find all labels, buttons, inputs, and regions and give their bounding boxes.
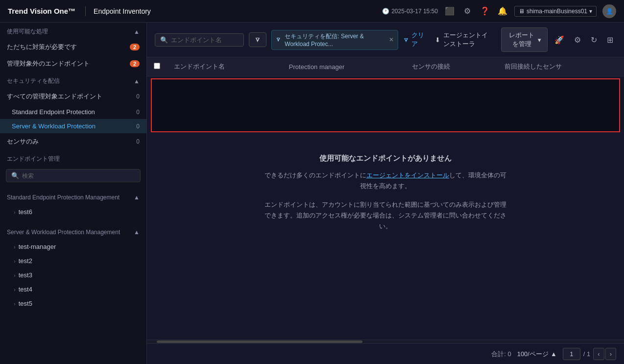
filter-button[interactable]: ⛛ (249, 32, 266, 47)
empty-state-title: 使用可能なエンドポイントがありません (157, 154, 614, 163)
sidebar-item-sensor[interactable]: センサのみ 0 (0, 133, 146, 150)
content-area: 🔍 ⛛ ⛛ セキュリティを配信: Server & Workload Prote… (147, 23, 624, 364)
mgmt-item-test5[interactable]: › test5 (0, 296, 146, 311)
swp-mgmt-header[interactable]: Server & Workload Protection Management … (0, 225, 146, 240)
empty-state-line2: エンドポイントは、アカウントに割り当てられた範囲に基づいてのみ表示および管理でき… (263, 199, 508, 232)
chevron-right-icon-3: › (14, 258, 16, 264)
page-number-input[interactable] (563, 348, 580, 360)
per-page-selector[interactable]: 100/ページ ▲ (517, 350, 557, 359)
sidebar-section-security: セキュリティを配信 ▲ (0, 72, 146, 88)
perpage-chevron-icon: ▲ (551, 350, 557, 358)
scrollbar-thumb[interactable] (157, 340, 362, 343)
clear-filter-button[interactable]: ⛛ クリア (403, 31, 425, 49)
help-icon[interactable]: ❓ (479, 6, 491, 16)
report-chevron-icon: ▾ (538, 36, 541, 44)
th-protection-manager: Protection manager (282, 57, 406, 76)
filter-tag: ⛛ セキュリティを配信: Server & Workload Protec...… (271, 30, 398, 50)
th-sensor-connection: センサの接続 (405, 57, 498, 76)
sidebar-item-unmanaged[interactable]: 管理対象外のエンドポイント 2 (0, 55, 146, 72)
toolbar-right: ⬇ エージェントインストーラ レポートを管理 ▾ 🚀 ⚙ ↻ ⊞ (430, 27, 616, 52)
columns-icon-button[interactable]: ⊞ (604, 33, 616, 47)
account-icon: 🖥 (519, 8, 525, 15)
filter-clear-icon: ⛛ (403, 36, 409, 44)
toolbar: 🔍 ⛛ ⛛ セキュリティを配信: Server & Workload Prote… (147, 23, 624, 57)
agent-install-button[interactable]: ⬇ エージェントインストーラ (430, 28, 497, 51)
mgmt-item-test4[interactable]: › test4 (0, 282, 146, 296)
account-selector[interactable]: 🖥 shima-mainBusiness01 ▾ (514, 6, 597, 17)
sep-mgmt-header[interactable]: Standard Endpoint Protection Management … (0, 190, 146, 205)
clock-icon: 🕐 (382, 8, 389, 15)
swp-mgmt-section: Server & Workload Protection Management … (0, 222, 146, 314)
prev-page-button[interactable]: ‹ (593, 348, 604, 360)
empty-state: 使用可能なエンドポイントがありません できるだけ多くのエンドポイントにエージェン… (147, 134, 624, 259)
swp-count: 0 (136, 123, 140, 130)
search-input-wrap[interactable]: 🔍 (155, 33, 244, 47)
chevron-right-icon-6: › (14, 301, 16, 307)
chevron-up-icon[interactable]: ▲ (134, 28, 140, 35)
account-chevron-icon: ▾ (589, 8, 592, 15)
gear-icon[interactable]: ⚙ (461, 6, 473, 16)
sensor-count: 0 (136, 138, 140, 145)
sidebar-item-immediate[interactable]: ただちに対策が必要です 2 (0, 39, 146, 55)
filter-icon: ⛛ (276, 36, 282, 43)
settings-icon-button[interactable]: ⚙ (571, 33, 584, 47)
search-input[interactable] (171, 36, 239, 44)
sidebar-search[interactable]: 🔍 (6, 169, 141, 182)
search-icon-2: 🔍 (160, 36, 168, 44)
select-all-checkbox[interactable] (154, 63, 160, 69)
all-count: 0 (136, 93, 140, 100)
main-layout: 使用可能な処理 ▲ ただちに対策が必要です 2 管理対象外のエンドポイント 2 … (0, 23, 624, 364)
chevron-right-icon-5: › (14, 287, 16, 292)
th-checkbox[interactable] (147, 57, 167, 76)
app-logo: Trend Vision One™ (8, 7, 75, 15)
mgmt-item-test-manager[interactable]: › test-manager (0, 240, 146, 254)
sidebar-search-input[interactable] (22, 172, 135, 179)
filter-tag-close[interactable]: ✕ (389, 36, 394, 43)
chevron-right-icon-4: › (14, 272, 16, 278)
mgmt-item-test2[interactable]: › test2 (0, 254, 146, 268)
download-icon: ⬇ (435, 36, 440, 44)
total-count: 合計: 0 (491, 350, 511, 359)
header-divider (85, 6, 86, 16)
bell-icon[interactable]: 🔔 (497, 6, 508, 16)
page-title: Endpoint Inventory (94, 7, 151, 15)
sidebar-item-all[interactable]: すべての管理対象エンドポイント 0 (0, 88, 146, 105)
endpoint-table: エンドポイント名 Protection manager センサの接続 前回接続し… (147, 57, 624, 76)
monitor-icon[interactable]: ⬛ (444, 6, 456, 16)
chevron-up-icon-3: ▲ (134, 194, 140, 201)
unmanaged-badge: 2 (130, 60, 140, 67)
mgmt-item-test3[interactable]: › test3 (0, 268, 146, 282)
chevron-up-icon-2[interactable]: ▲ (134, 78, 140, 85)
header: Trend Vision One™ Endpoint Inventory 🕐 2… (0, 0, 624, 23)
sidebar-section-endpoint-mgmt: エンドポイント管理 (0, 150, 146, 166)
empty-state-line1: できるだけ多くのエンドポイントにエージェントをインストールして、環境全体の可視性… (263, 170, 508, 192)
th-endpoint-name: エンドポイント名 (167, 57, 282, 76)
chevron-up-icon-4: ▲ (134, 229, 140, 236)
highlight-area (151, 78, 620, 132)
horizontal-scrollbar[interactable] (147, 340, 624, 343)
mgmt-item-test6[interactable]: › test6 (0, 205, 146, 219)
header-time: 🕐 2025-03-17 15:50 (382, 8, 438, 15)
sep-mgmt-section: Standard Endpoint Protection Management … (0, 187, 146, 222)
immediate-badge: 2 (130, 44, 140, 50)
sidebar-item-swp[interactable]: Server & Workload Protection 0 (0, 119, 146, 133)
next-page-button[interactable]: › (605, 348, 616, 360)
chevron-right-icon: › (14, 209, 16, 215)
agent-install-link[interactable]: エージェントをインストール (366, 171, 449, 179)
header-right: 🕐 2025-03-17 15:50 ⬛ ⚙ ❓ 🔔 🖥 shima-mainB… (382, 4, 616, 18)
sidebar-section-available: 使用可能な処理 ▲ (0, 23, 146, 39)
page-separator: / 1 (581, 350, 592, 358)
report-manage-button[interactable]: レポートを管理 ▾ (501, 27, 548, 52)
pagination: / 1 ‹ › (563, 348, 616, 360)
search-icon: 🔍 (11, 172, 19, 179)
refresh-icon-button[interactable]: ↻ (588, 33, 600, 47)
table-container: エンドポイント名 Protection manager センサの接続 前回接続し… (147, 57, 624, 340)
sep-count: 0 (136, 109, 140, 116)
sidebar-item-sep[interactable]: Standard Endpoint Protection 0 (0, 105, 146, 119)
table-header-row: エンドポイント名 Protection manager センサの接続 前回接続し… (147, 57, 624, 76)
rocket-icon-button[interactable]: 🚀 (552, 33, 567, 47)
footer: 合計: 0 100/ページ ▲ / 1 ‹ › (147, 343, 624, 364)
th-last-sensor: 前回接続したセンサ (498, 57, 624, 76)
sidebar: 使用可能な処理 ▲ ただちに対策が必要です 2 管理対象外のエンドポイント 2 … (0, 23, 147, 364)
avatar[interactable]: 👤 (602, 4, 616, 18)
